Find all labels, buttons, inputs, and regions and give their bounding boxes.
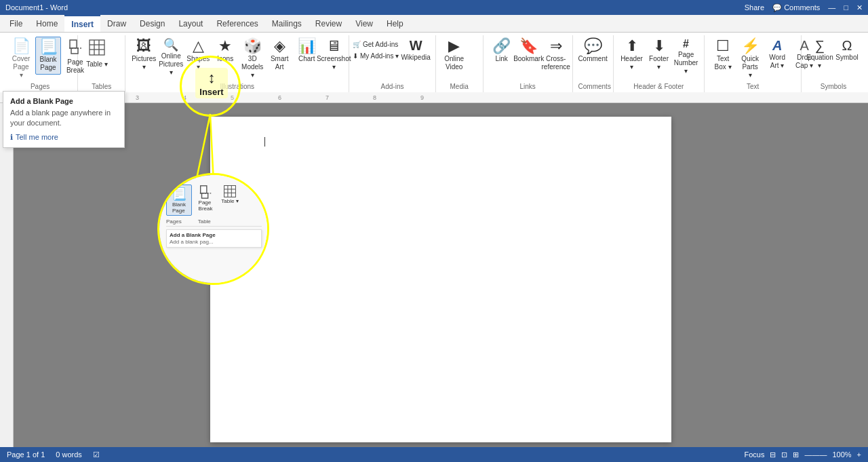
wikipedia-icon: W xyxy=(410,39,422,52)
tab-references[interactable]: References xyxy=(210,15,264,32)
online-video-button[interactable]: ▶ OnlineVideo xyxy=(441,37,467,73)
ribbon-group-headerfooter: ⬆ Header ▾ ⬇ Footer ▾ # PageNumber ▾ Hea… xyxy=(614,35,705,92)
comment-button[interactable]: 💬 Comment xyxy=(578,37,608,65)
quick-parts-button[interactable]: ⚡ QuickParts ▾ xyxy=(737,37,763,81)
comment-icon: 💬 xyxy=(584,39,602,54)
link-button[interactable]: 🔗 Link xyxy=(489,37,515,65)
page-number-button[interactable]: # PageNumber ▾ xyxy=(673,37,699,77)
online-pictures-button[interactable]: 🔍 OnlinePictures ▾ xyxy=(158,37,184,79)
header-icon: ⬆ xyxy=(626,39,638,54)
symbol-icon: Ω xyxy=(842,39,852,52)
footer-button[interactable]: ⬇ Footer ▾ xyxy=(646,37,672,73)
tooltip-popup: Add a Blank Page Add a blank page anywhe… xyxy=(3,91,125,148)
web-layout-button[interactable]: ⊡ xyxy=(781,450,787,459)
online-pictures-icon: 🔍 xyxy=(163,39,178,51)
header-button[interactable]: ⬆ Header ▾ xyxy=(619,37,645,73)
links-group-label: Links xyxy=(489,81,567,92)
status-right: Focus ⊟ ⊡ ⊞ ——— 100% + xyxy=(744,450,861,459)
tab-mailings[interactable]: Mailings xyxy=(265,15,309,32)
document-page[interactable] xyxy=(210,117,671,442)
ribbon-group-pages: 📄 CoverPage ▾ 📃 BlankPage PageBreak Page… xyxy=(3,35,78,92)
blank-page-button[interactable]: 📃 BlankPage xyxy=(35,37,61,75)
headerfooter-group-label: Header & Footer xyxy=(619,81,699,92)
bookmark-button[interactable]: 🔖 Bookmark xyxy=(516,37,542,65)
my-addins-icon: ⬇ xyxy=(353,52,358,60)
cover-page-button[interactable]: 📄 CoverPage ▾ xyxy=(8,37,34,81)
get-addins-button[interactable]: 🛒 Get Add-ins xyxy=(351,39,405,50)
accessibility-button[interactable]: ☑ xyxy=(93,450,100,459)
screenshot-button[interactable]: 🖥 Screenshot ▾ xyxy=(321,37,347,73)
smartart-button[interactable]: ◈ SmartArt xyxy=(267,37,292,73)
ruler: | 1 2 3 4 5 6 7 8 9 xyxy=(0,92,868,103)
cross-reference-button[interactable]: ⇒ Cross-reference xyxy=(543,37,569,73)
textbox-icon: ☐ xyxy=(716,39,730,54)
wikipedia-button[interactable]: W Wikipedia xyxy=(402,37,430,64)
tab-file[interactable]: File xyxy=(3,15,29,32)
share-button[interactable]: Share xyxy=(745,3,764,12)
ribbon-group-text: ☐ TextBox ▾ ⚡ QuickParts ▾ A WordArt ▾ A… xyxy=(705,35,802,92)
app-title: Document1 - Word xyxy=(5,3,68,12)
close-button[interactable]: ✕ xyxy=(856,3,863,12)
3d-models-button[interactable]: 🎲 3DModels ▾ xyxy=(239,37,265,81)
media-group-label: Media xyxy=(441,81,477,92)
status-bar: Page 1 of 1 0 words ☑ Focus ⊟ ⊡ ⊞ ——— 10… xyxy=(0,447,868,462)
word-count: 0 words xyxy=(56,450,82,459)
tab-insert[interactable]: Insert xyxy=(64,15,100,32)
zoom-level: 100% xyxy=(832,450,851,459)
wordart-button[interactable]: A WordArt ▾ xyxy=(764,37,790,72)
svg-rect-3 xyxy=(90,40,104,55)
comments-group-label: Comments xyxy=(578,81,608,92)
tab-help[interactable]: Help xyxy=(380,15,410,32)
document-area xyxy=(0,103,868,451)
tab-design[interactable]: Design xyxy=(133,15,172,32)
shapes-button[interactable]: △ Shapes ▾ xyxy=(185,37,211,73)
text-group-label: Text xyxy=(710,81,795,92)
table-button[interactable]: Table ▾ xyxy=(83,37,111,71)
quick-parts-icon: ⚡ xyxy=(741,39,760,54)
my-addins-button[interactable]: ⬇ My Add-ins ▾ xyxy=(351,51,405,61)
smartart-icon: ◈ xyxy=(274,39,285,54)
addins-group-label: Add-ins xyxy=(355,81,429,92)
svg-rect-0 xyxy=(70,40,77,48)
zoom-slider[interactable]: ——— xyxy=(804,450,827,459)
chart-icon: 📊 xyxy=(298,39,316,54)
page-count: Page 1 of 1 xyxy=(7,450,45,459)
svg-rect-1 xyxy=(71,48,78,54)
tab-draw[interactable]: Draw xyxy=(100,15,133,32)
icons-button[interactable]: ★ Icons xyxy=(212,37,238,65)
textbox-button[interactable]: ☐ TextBox ▾ xyxy=(710,37,736,73)
page-number-icon: # xyxy=(683,39,689,50)
tab-review[interactable]: Review xyxy=(309,15,349,32)
online-video-icon: ▶ xyxy=(448,39,460,54)
print-layout-button[interactable]: ⊟ xyxy=(770,450,776,459)
tab-home[interactable]: Home xyxy=(29,15,64,32)
document-canvas[interactable] xyxy=(14,103,868,451)
table-icon xyxy=(88,39,106,59)
symbol-button[interactable]: Ω Symbol xyxy=(834,37,860,64)
equation-button[interactable]: ∑ Equation ▾ xyxy=(807,37,833,72)
tab-view[interactable]: View xyxy=(349,15,380,32)
wordart-icon: A xyxy=(772,39,782,52)
title-bar: Document1 - Word Share 💬 Comments — □ ✕ xyxy=(0,0,868,15)
zoom-in-button[interactable]: + xyxy=(857,450,861,459)
pictures-button[interactable]: 🖼 Pictures ▾ xyxy=(131,37,157,73)
ribbon-group-comments: 💬 Comment Comments xyxy=(573,35,614,92)
tab-layout[interactable]: Layout xyxy=(172,15,210,32)
ribbon-group-symbols: ∑ Equation ▾ Ω Symbol Symbols xyxy=(802,35,865,92)
bookmark-icon: 🔖 xyxy=(519,39,538,54)
footer-icon: ⬇ xyxy=(653,39,665,54)
blank-page-icon: 📃 xyxy=(39,39,58,54)
chart-button[interactable]: 📊 Chart xyxy=(294,37,319,65)
ribbon-group-illustrations: 🖼 Pictures ▾ 🔍 OnlinePictures ▾ △ Shapes… xyxy=(125,35,349,92)
tooltip-link[interactable]: ℹ Tell me more xyxy=(10,133,117,142)
tooltip-title: Add a Blank Page xyxy=(10,97,117,105)
read-mode-button[interactable]: ⊞ xyxy=(793,450,799,459)
info-icon: ℹ xyxy=(10,133,13,142)
ribbon-tabs: File Home Insert Draw Design Layout Refe… xyxy=(0,15,868,33)
maximize-button[interactable]: □ xyxy=(844,3,848,12)
ribbon-group-tables: Table ▾ Tables xyxy=(78,35,125,92)
ribbon-group-links: 🔗 Link 🔖 Bookmark ⇒ Cross-reference Link… xyxy=(484,35,573,92)
focus-button[interactable]: Focus xyxy=(744,450,764,459)
minimize-button[interactable]: — xyxy=(828,3,835,12)
comments-button[interactable]: 💬 Comments xyxy=(772,3,820,12)
